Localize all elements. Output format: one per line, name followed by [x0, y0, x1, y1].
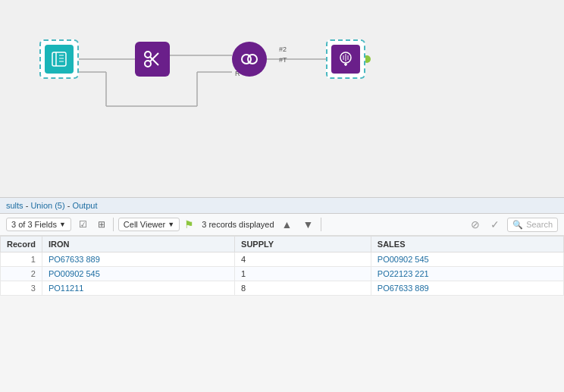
cell-record: 2	[1, 267, 42, 281]
chevron-down-icon: ▼	[59, 221, 66, 228]
cell-record: 1	[1, 252, 42, 267]
svg-point-26	[248, 55, 257, 64]
table-row: 3PO112118PO67633 889	[1, 281, 564, 296]
breadcrumb-suffix: Output	[72, 201, 97, 210]
svg-point-22	[145, 61, 151, 67]
node-union[interactable]	[232, 42, 267, 77]
svg-rect-16	[52, 52, 66, 66]
breadcrumb-node[interactable]: Union (5)	[30, 201, 64, 210]
node-output[interactable]	[326, 39, 365, 79]
search-icon: 🔍	[512, 220, 523, 230]
toolbar-separator-1	[113, 218, 114, 231]
toolbar-right: ⊘ ✓ 🔍 Search	[468, 217, 558, 232]
col-header-supply: SUPPLY	[235, 237, 371, 252]
copy-button[interactable]: ⊞	[95, 218, 108, 231]
toolbar-separator-2	[321, 218, 321, 231]
search-placeholder: Search	[526, 220, 553, 229]
chevron-down-icon-2: ▼	[168, 221, 174, 228]
svg-text:#T: #T	[279, 56, 287, 64]
check-columns-button[interactable]: ☑	[76, 218, 90, 231]
col-header-sales: SALES	[371, 237, 563, 252]
data-table: Record IRON SUPPLY SALES 1PO67633 8894PO…	[0, 236, 564, 296]
cell-supply: 1	[235, 267, 371, 281]
cell-iron[interactable]: PO67633 889	[42, 252, 234, 267]
search-box[interactable]: 🔍 Search	[507, 218, 558, 232]
col-header-record: Record	[1, 237, 42, 252]
records-count: 3 records displayed	[202, 220, 274, 229]
cancel-icon-button[interactable]: ⊘	[468, 217, 483, 232]
node-output-icon	[331, 45, 360, 74]
table-header-row: Record IRON SUPPLY SALES	[1, 237, 564, 252]
cell-supply: 8	[235, 281, 371, 296]
results-panel: sults - Union (5) - Output 3 of 3 Fields…	[0, 197, 564, 296]
node-formula[interactable]	[135, 42, 170, 77]
svg-text:#2: #2	[279, 45, 287, 53]
cell-sales[interactable]: PO00902 545	[371, 252, 563, 267]
sort-up-button[interactable]: ▲	[279, 217, 296, 232]
workflow-canvas: T R L J R #2 #T	[0, 0, 564, 197]
cell-viewer-button[interactable]: Cell Viewer ▼	[118, 218, 180, 231]
connectors-svg: T R L J R #2 #T	[0, 0, 564, 197]
cell-iron[interactable]: PO11211	[42, 281, 234, 296]
cell-sales[interactable]: PO22123 221	[371, 267, 563, 281]
cell-supply: 4	[235, 252, 371, 267]
fields-label: 3 of 3 Fields	[11, 220, 57, 229]
col-header-iron: IRON	[42, 237, 234, 252]
cell-iron[interactable]: PO00902 545	[42, 267, 234, 281]
results-breadcrumb: sults - Union (5) - Output	[0, 198, 564, 214]
cell-record: 3	[1, 281, 42, 296]
confirm-icon-button[interactable]: ✓	[487, 217, 503, 232]
breadcrumb-prefix: sults	[6, 201, 24, 210]
filter-icon: ⚑	[184, 218, 194, 230]
results-toolbar: 3 of 3 Fields ▼ ☑ ⊞ Cell Viewer ▼ ⚑ 3 re…	[0, 214, 564, 236]
node-input-icon	[45, 45, 74, 74]
node-input[interactable]	[39, 39, 79, 79]
table-row: 2PO00902 5451PO22123 221	[1, 267, 564, 281]
sort-down-button[interactable]: ▼	[299, 217, 316, 232]
cell-viewer-label: Cell Viewer	[124, 220, 165, 229]
cell-sales[interactable]: PO67633 889	[371, 281, 563, 296]
fields-selector-button[interactable]: 3 of 3 Fields ▼	[6, 218, 71, 231]
table-row: 1PO67633 8894PO00902 545	[1, 252, 564, 267]
svg-point-21	[145, 52, 151, 58]
